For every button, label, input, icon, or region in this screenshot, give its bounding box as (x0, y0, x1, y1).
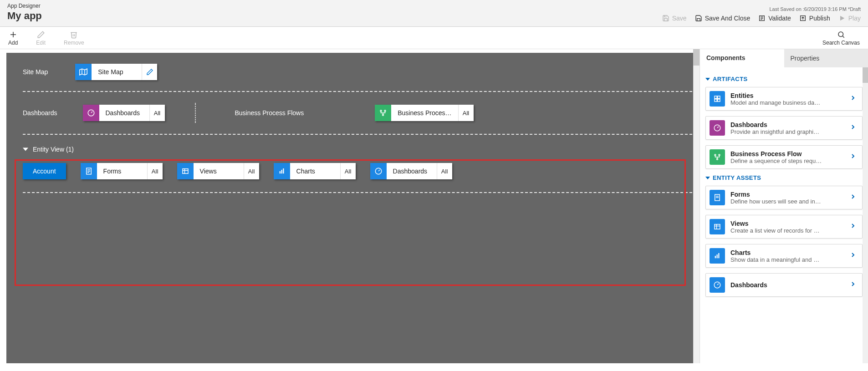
svg-rect-39 (715, 224, 720, 229)
entity-assets-group-header[interactable]: ENTITY ASSETS (705, 174, 863, 181)
entities-icon (710, 91, 725, 107)
validate-button[interactable]: Validate (758, 15, 791, 22)
app-designer-label: App Designer (7, 3, 42, 9)
card-dashboards[interactable]: DashboardsProvide an insightful and grap… (705, 116, 863, 140)
flow-icon (710, 149, 725, 165)
panel-scrollbar[interactable] (863, 67, 868, 363)
entity-view-toggle[interactable]: Entity View (1) (23, 146, 692, 153)
card-entity-dashboards[interactable]: Dashboards (705, 273, 863, 297)
svg-rect-44 (718, 253, 719, 258)
tab-properties[interactable]: Properties (784, 49, 868, 67)
forms-icon (81, 163, 97, 179)
edit-button: Edit (36, 30, 46, 46)
trash-icon (70, 30, 78, 39)
svg-point-11 (380, 110, 382, 112)
card-views[interactable]: ViewsCreate a list view of records for … (705, 215, 863, 239)
pencil-icon (37, 30, 45, 39)
svg-rect-28 (718, 96, 720, 98)
svg-rect-27 (715, 96, 717, 98)
card-charts[interactable]: ChartsShow data in a meaningful and … (705, 244, 863, 268)
map-icon (75, 64, 92, 80)
dashboards-tile[interactable]: Dashboards All (83, 105, 165, 121)
svg-rect-23 (281, 170, 282, 173)
views-icon (177, 163, 194, 179)
svg-point-13 (383, 114, 384, 116)
chevron-right-icon (849, 251, 857, 260)
components-panel: Components Properties ARTIFACTS Entities… (700, 49, 868, 363)
search-icon (837, 30, 845, 39)
artifacts-group-header[interactable]: ARTIFACTS (705, 76, 863, 82)
chevron-right-icon (849, 152, 857, 162)
bpf-all-button[interactable]: All (458, 105, 474, 121)
save-and-close-button[interactable]: Save And Close (695, 15, 751, 22)
app-designer-canvas[interactable]: Site Map Site Map Dashb (6, 53, 700, 363)
charts-tile[interactable]: Charts All (274, 163, 356, 179)
chevron-right-icon (849, 222, 857, 231)
toolbar: Add Edit Remove Search Canvas (0, 27, 868, 49)
views-icon (710, 219, 725, 234)
play-button: Play (838, 15, 861, 22)
svg-rect-43 (717, 254, 718, 258)
bpf-tile[interactable]: Business Proces… All (375, 105, 473, 121)
chevron-down-icon (705, 176, 710, 180)
play-icon (838, 15, 846, 22)
chart-icon (710, 248, 725, 264)
svg-point-33 (719, 154, 720, 156)
plus-icon (9, 30, 17, 39)
views-all-button[interactable]: All (244, 163, 259, 179)
svg-rect-19 (183, 169, 188, 174)
card-forms[interactable]: FormsDefine how users will see and in… (705, 186, 863, 209)
gauge-icon (710, 277, 725, 293)
svg-line-6 (842, 36, 844, 37)
forms-tile[interactable]: Forms All (81, 163, 163, 179)
svg-rect-24 (283, 168, 284, 173)
save-button: Save (662, 15, 687, 22)
gauge-icon (710, 120, 725, 136)
gauge-icon (83, 105, 99, 121)
svg-rect-42 (715, 256, 716, 258)
svg-point-32 (715, 154, 716, 156)
svg-point-12 (384, 110, 386, 112)
panel-scroll-thumb[interactable] (863, 67, 868, 83)
svg-marker-14 (23, 147, 28, 151)
entity-account-chip[interactable]: Account (23, 163, 66, 179)
publish-icon (799, 15, 807, 22)
canvas-scroll-thumb[interactable] (693, 49, 700, 66)
last-saved-text: Last Saved on :6/20/2019 3:16 PM *Draft (769, 6, 861, 12)
entity-dashboards-all-button[interactable]: All (437, 163, 452, 179)
sitemap-tile[interactable]: Site Map (75, 64, 157, 80)
svg-point-34 (717, 158, 718, 160)
sitemap-edit-button[interactable] (142, 64, 157, 80)
publish-button[interactable]: Publish (799, 15, 830, 22)
svg-marker-2 (840, 16, 844, 21)
card-bpf[interactable]: Business Process FlowDefine a sequence o… (705, 145, 863, 169)
views-tile[interactable]: Views All (177, 163, 259, 179)
card-entities[interactable]: EntitiesModel and manage business da… (705, 87, 863, 111)
chevron-down-icon (23, 147, 28, 152)
page-title: My app (7, 10, 42, 22)
sitemap-label: Site Map (23, 68, 48, 76)
svg-rect-29 (715, 99, 717, 102)
entity-dashboards-tile[interactable]: Dashboards All (370, 163, 452, 179)
dashboards-all-button[interactable]: All (149, 105, 165, 121)
search-canvas-button[interactable]: Search Canvas (822, 30, 860, 46)
flow-icon (375, 105, 391, 121)
svg-marker-35 (705, 177, 710, 179)
header: App Designer My app Last Saved on :6/20/… (0, 0, 868, 27)
svg-rect-30 (718, 99, 720, 102)
chevron-right-icon (849, 280, 857, 290)
svg-marker-26 (705, 78, 710, 81)
chevron-right-icon (849, 94, 857, 103)
charts-all-button[interactable]: All (340, 163, 356, 179)
remove-button: Remove (64, 30, 84, 46)
bpf-label: Business Process Flows (235, 109, 304, 117)
svg-marker-7 (80, 69, 87, 75)
forms-all-button[interactable]: All (147, 163, 163, 179)
tab-components[interactable]: Components (700, 49, 784, 67)
chevron-down-icon (705, 77, 710, 81)
svg-point-5 (838, 32, 843, 37)
save-icon (662, 15, 669, 22)
gauge-icon (370, 163, 387, 179)
add-button[interactable]: Add (8, 30, 18, 46)
canvas-scrollbar[interactable] (693, 49, 700, 363)
